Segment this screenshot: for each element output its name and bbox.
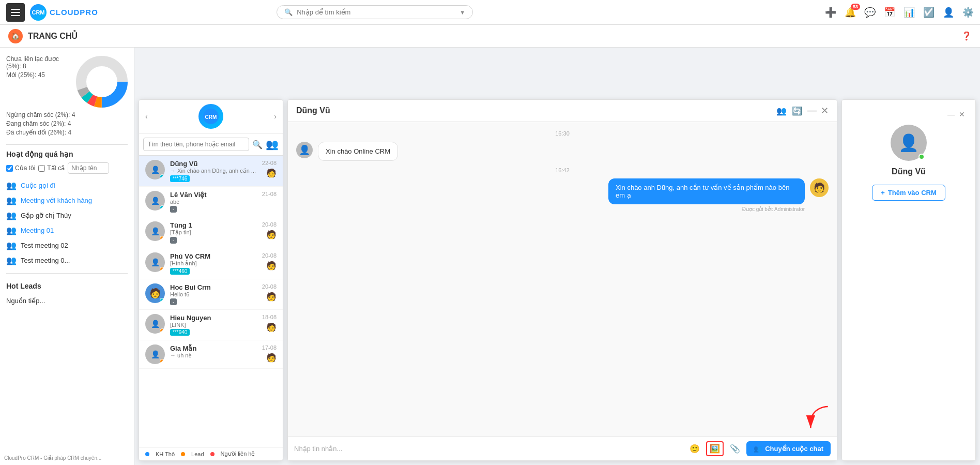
profile-name: Dũng Vũ	[892, 167, 926, 176]
contact-avatar-5: 🧑	[145, 283, 165, 303]
chat-input-area: 🙂 🖼️ 📎 👥 Chuyển cuộc chat	[288, 437, 837, 460]
help-icon[interactable]: ❓	[961, 31, 972, 41]
legend-label-kh-tho: KH Thô	[156, 451, 175, 457]
contact-name-2: Lê Văn Việt	[170, 191, 257, 199]
activity-icon-1: 👥	[6, 181, 17, 190]
contacts-search: 🔍 👥	[139, 133, 283, 156]
chat-message-input[interactable]	[294, 445, 683, 453]
contact-info-2: Lê Văn Việt abc -	[170, 191, 257, 213]
activity-name-6[interactable]: Test meeting 0...	[21, 257, 70, 264]
notification-bell-icon[interactable]: 🔔 53	[845, 7, 856, 18]
add-icon[interactable]: ➕	[825, 7, 836, 18]
contact-badge-3: -	[170, 237, 177, 244]
chart-icon[interactable]: 📊	[904, 7, 915, 18]
contact-agent-icon-3: 🧑	[266, 230, 277, 239]
contacts-next-btn[interactable]: ›	[274, 112, 277, 121]
hot-leads-sub: Nguồn tiếp...	[6, 294, 128, 307]
contact-name-7: Gia Mẫn	[170, 344, 257, 352]
activity-4: 👥 Meeting 01	[6, 223, 128, 238]
contact-item-hoc-bui[interactable]: 🧑 Hoc Bui Crm Hello t6 - 20-08 🧑	[139, 279, 283, 310]
contacts-search-input[interactable]	[143, 138, 249, 151]
contact-info-3: Tùng 1 [Tập tin] -	[170, 221, 257, 244]
filter-mine-text: Của tôi	[15, 164, 35, 172]
overdue-filters: Của tôi Tất cả	[6, 162, 128, 174]
filter-mine-label[interactable]: Của tôi	[6, 164, 35, 172]
contact-date-1: 22-08	[262, 160, 277, 166]
tasks-icon[interactable]: ☑️	[923, 7, 935, 18]
filter-name-input[interactable]	[68, 162, 109, 174]
contact-date-7: 17-08	[262, 344, 277, 351]
notification-badge: 53	[851, 4, 860, 10]
overdue-section: Hoạt động quá hạn Của tôi Tất cả 👥 Cuộc …	[6, 150, 128, 268]
hot-leads-section: Hot Leads Nguồn tiếp...	[6, 282, 128, 307]
activity-name-1[interactable]: Cuộc gọi đi	[21, 182, 55, 189]
chat-icon[interactable]: 💬	[864, 7, 876, 18]
chat-header-icons: 👥 🔄	[776, 106, 802, 116]
stat-moi: Mới (25%): 45	[6, 71, 72, 79]
contact-msg-1: → Xin chào anh Dũng, anh cần ...	[170, 168, 257, 174]
msg-sent-by-1: Được gửi bởi: Administrator	[742, 206, 805, 212]
contact-avatar-6: 👤	[145, 314, 165, 334]
contact-info-4: Phú Võ CRM [Hình ảnh] ***460	[170, 252, 257, 275]
emoji-button[interactable]: 🙂	[687, 442, 702, 456]
filter-all-text: Tất cả	[47, 164, 65, 172]
hamburger-button[interactable]	[6, 3, 25, 22]
contact-item-tung-1[interactable]: 👤 Tùng 1 [Tập tin] - 20-08 🧑	[139, 217, 283, 248]
contact-avatar-2: 👤	[145, 191, 165, 211]
settings-icon[interactable]: ⚙️	[962, 7, 974, 18]
chat-messages: 16:30 👤 Xin chào Online CRM 16:42	[288, 122, 837, 437]
image-button[interactable]: 🖼️	[706, 441, 724, 456]
contact-date-3: 20-08	[262, 221, 277, 228]
contacts-search-icon[interactable]: 🔍	[252, 140, 263, 149]
svg-text:CRM: CRM	[205, 114, 217, 120]
refresh-icon[interactable]: 🔄	[792, 106, 802, 116]
online-indicator-3	[160, 236, 164, 241]
contact-badge-1: ***746	[170, 175, 190, 182]
contact-name-4: Phú Võ CRM	[170, 252, 257, 260]
activity-name-2[interactable]: Meeting với khách hàng	[21, 197, 92, 204]
contact-item-dung-vu[interactable]: 👤 Dũng Vũ → Xin chào anh Dũng, anh cần .…	[139, 156, 283, 187]
top-navigation: CRM CLOUDPRO 🔍 ▼ ➕ 🔔 53 💬 📅 📊 ☑️ 👤 ⚙️	[0, 0, 980, 25]
filter-mine-checkbox[interactable]	[6, 165, 13, 172]
add-to-crm-button[interactable]: + Thêm vào CRM	[872, 185, 945, 201]
contact-badge-4: ***460	[170, 268, 190, 275]
activity-name-5[interactable]: Test meeting 02	[21, 242, 68, 249]
legend-dot-nguoi-lien-he	[210, 452, 215, 456]
filter-all-label[interactable]: Tất cả	[38, 164, 65, 172]
activity-icon-3: 👥	[6, 211, 17, 220]
activity-1: 👥 Cuộc gọi đi	[6, 178, 128, 193]
contact-msg-4: [Hình ảnh]	[170, 260, 257, 267]
attachment-button[interactable]: 📎	[728, 442, 742, 456]
legend-label-lead: Lead	[191, 451, 204, 457]
minimize-icon[interactable]: —	[807, 105, 817, 116]
minimize-right-icon[interactable]: —	[947, 110, 955, 118]
user-icon[interactable]: 👤	[943, 7, 954, 18]
contact-item-le-van-viet[interactable]: 👤 Lê Văn Việt abc - 21-08	[139, 187, 283, 217]
contact-date-4: 20-08	[262, 252, 277, 259]
search-input[interactable]	[297, 8, 455, 16]
chat-action-buttons: 🙂 🖼️ 📎	[687, 441, 742, 456]
contact-msg-6: [LINK]	[170, 322, 257, 328]
search-bar[interactable]: 🔍 ▼	[277, 5, 473, 19]
close-icon[interactable]: ✕	[821, 105, 829, 116]
calendar-icon[interactable]: 📅	[884, 7, 895, 18]
contact-item-hieu-nguyen[interactable]: 👤 Hieu Nguyen [LINK] ***940 18-08 🧑	[139, 310, 283, 340]
contact-avatar-1: 👤	[145, 160, 165, 179]
contact-item-phu-vo[interactable]: 👤 Phú Võ CRM [Hình ảnh] ***460 20-08 🧑	[139, 248, 283, 279]
users-icon[interactable]: 👥	[776, 106, 787, 116]
filter-all-checkbox[interactable]	[38, 165, 45, 172]
activity-name-4[interactable]: Meeting 01	[21, 227, 54, 234]
page-title: TRANG CHỦ	[28, 31, 78, 41]
contact-avatar-7: 👤	[145, 344, 165, 364]
add-contact-btn[interactable]: 👥	[266, 138, 279, 151]
main-layout: Chưa liên lạc được (5%): 8 Mới (25%): 45	[0, 48, 980, 465]
activity-name-3[interactable]: Gặp gỡ chị Thúy	[21, 212, 71, 219]
contact-msg-7: → uh nè	[170, 352, 257, 358]
contact-item-gia-man[interactable]: 👤 Gia Mẫn → uh nè 17-08 🧑	[139, 340, 283, 369]
online-indicator-6	[160, 328, 164, 333]
contacts-prev-btn[interactable]: ‹	[145, 112, 148, 121]
close-right-icon[interactable]: ✕	[959, 110, 965, 118]
transfer-chat-button[interactable]: 👥 Chuyển cuộc chat	[746, 441, 831, 456]
contacts-header: ‹ CRM ›	[139, 100, 283, 133]
msg-avatar-right-1: 🧑	[810, 178, 829, 197]
